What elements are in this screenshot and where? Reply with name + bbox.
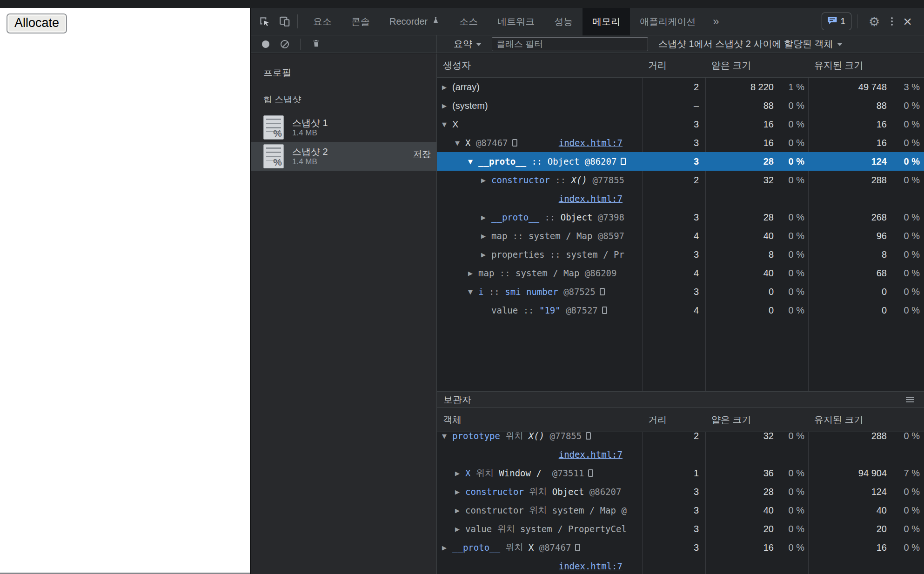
column-divider[interactable]	[705, 53, 706, 391]
clear-profiles-icon[interactable]	[281, 40, 289, 48]
divider	[857, 14, 857, 28]
tab-sources[interactable]: 소스	[449, 8, 488, 35]
text-segment: system / Map @	[552, 505, 627, 515]
disclosure-arrow[interactable]: ▼	[442, 121, 452, 128]
tab-recorder[interactable]: Recorder	[380, 8, 449, 35]
column-header-distance[interactable]: 거리	[642, 414, 705, 426]
settings-gear-icon[interactable]: ⚙	[863, 14, 885, 29]
table-row-selected[interactable]: ▼__proto__ :: Object @86207 3 280 % 1240…	[437, 152, 924, 171]
retained-size-cell: 160 %	[808, 115, 924, 133]
save-snapshot-link[interactable]: 저장	[413, 148, 431, 160]
object-reveal-icon[interactable]	[588, 469, 593, 477]
kebab-menu-icon[interactable]	[885, 16, 898, 27]
distance-cell: 3	[642, 520, 705, 538]
text-segment: X	[465, 468, 470, 478]
source-link[interactable]: index.html:7	[559, 194, 623, 204]
object-reveal-icon[interactable]	[512, 139, 517, 147]
record-heap-icon[interactable]	[262, 40, 269, 48]
more-tabs-button[interactable]: »	[705, 15, 726, 28]
tab-performance[interactable]: 성능	[544, 8, 583, 35]
delete-profile-icon[interactable]	[312, 39, 321, 50]
source-link[interactable]: index.html:7	[559, 449, 623, 460]
close-devtools-icon[interactable]: ×	[898, 14, 917, 29]
allocate-button[interactable]: Allocate	[7, 13, 67, 33]
tab-elements[interactable]: 요소	[303, 8, 341, 35]
object-reveal-icon[interactable]	[600, 288, 605, 295]
disclosure-arrow[interactable]: ▶	[455, 488, 465, 495]
column-divider[interactable]	[642, 53, 643, 391]
retained-size-cell: 880 %	[808, 96, 924, 115]
shallow-size-cell: 160 %	[705, 133, 808, 152]
tab-console[interactable]: 콘솔	[341, 8, 380, 35]
text-segment: __proto__	[452, 542, 500, 553]
table-row[interactable]: ▶constructor :: X() @77855 index.html:7 …	[437, 171, 924, 208]
table-row[interactable]: ▶(array) 2 8 2201 % 49 7483 %	[437, 78, 924, 96]
column-header-object[interactable]: 객체	[437, 414, 642, 426]
table-row[interactable]: ▶constructor 위치 system / Map @ 3 400 % 4…	[437, 501, 924, 520]
table-row[interactable]: ▶map :: system / Map @8597 4 400 % 960 %	[437, 227, 924, 245]
disclosure-arrow[interactable]: ▶	[468, 270, 478, 277]
source-link[interactable]: index.html:7	[559, 561, 623, 571]
disclosure-arrow[interactable]: ▼	[468, 158, 478, 165]
object-reveal-icon[interactable]	[586, 432, 591, 440]
table-row[interactable]: ▼i :: smi number @87525 3 00 % 00 %	[437, 282, 924, 301]
table-row[interactable]: ▶__proto__ 위치 X @87467 index.html:7 3 16…	[437, 538, 924, 574]
table-row[interactable]: ▶__proto__ :: Object @7398 3 280 % 2680 …	[437, 208, 924, 227]
disclosure-arrow[interactable]: ▶	[455, 526, 465, 533]
table-row[interactable]: value :: "19" @87527 4 00 % 00 %	[437, 301, 924, 320]
disclosure-arrow[interactable]: ▶	[481, 233, 491, 240]
object-reveal-icon[interactable]	[621, 158, 626, 165]
text-segment: X	[452, 119, 458, 130]
column-divider[interactable]	[808, 408, 809, 574]
heap-snapshot-icon: %	[263, 144, 284, 168]
column-divider[interactable]	[808, 53, 809, 391]
retained-size-cell: 1240 %	[808, 152, 924, 171]
table-row[interactable]: ▶value 위치 system / PropertyCel 3 200 % 2…	[437, 520, 924, 538]
tab-network[interactable]: 네트워크	[488, 8, 544, 35]
device-toolbar-icon[interactable]	[278, 8, 292, 35]
class-filter-input[interactable]	[492, 37, 648, 51]
retained-size-cell: 400 %	[808, 501, 924, 520]
column-header-retained-size[interactable]: 유지된 크기	[808, 414, 924, 426]
object-reveal-icon[interactable]	[575, 544, 580, 551]
column-divider[interactable]	[705, 408, 706, 574]
column-header-constructor[interactable]: 생성자	[437, 59, 642, 72]
disclosure-arrow[interactable]: ▶	[442, 84, 452, 91]
disclosure-arrow[interactable]: ▶	[455, 470, 465, 477]
disclosure-arrow[interactable]: ▶	[481, 251, 491, 258]
disclosure-arrow[interactable]: ▼	[442, 433, 452, 440]
text-segment: value	[465, 524, 492, 534]
column-header-retained-size[interactable]: 유지된 크기	[808, 59, 924, 72]
disclosure-arrow[interactable]: ▼	[455, 140, 465, 147]
source-link[interactable]: index.html:7	[559, 138, 623, 148]
column-divider[interactable]	[642, 408, 643, 574]
disclosure-arrow[interactable]: ▶	[481, 214, 491, 221]
table-row[interactable]: ▼X @87467index.html:7 3 160 % 160 %	[437, 133, 924, 152]
tab-application[interactable]: 애플리케이션	[630, 8, 705, 35]
table-row[interactable]: ▼X 3 160 % 160 %	[437, 115, 924, 133]
disclosure-arrow[interactable]: ▶	[442, 544, 452, 551]
table-row[interactable]: ▶constructor 위치 Object @86207 3 280 % 12…	[437, 482, 924, 501]
table-row[interactable]: ▶map :: system / Map @86209 4 400 % 680 …	[437, 264, 924, 282]
table-row[interactable]: ▶(system) – 880 % 880 %	[437, 96, 924, 115]
snapshot-scope-select[interactable]: 스냅샷 1에서 스냅샷 2 사이에 할당된 객체	[658, 38, 843, 50]
table-row[interactable]: ▶X 위치 Window / @73511 1 360 % 94 9047 %	[437, 464, 924, 482]
disclosure-arrow[interactable]: ▶	[481, 177, 491, 184]
column-header-shallow-size[interactable]: 얕은 크기	[705, 414, 808, 426]
column-header-distance[interactable]: 거리	[642, 59, 705, 72]
object-reveal-icon[interactable]	[602, 307, 607, 314]
inspect-element-icon[interactable]	[257, 8, 271, 35]
disclosure-arrow[interactable]: ▼	[468, 288, 478, 295]
disclosure-arrow[interactable]: ▶	[442, 102, 452, 109]
snapshot-item-1[interactable]: % 스냅샷 1 1.4 MB	[251, 113, 436, 142]
disclosure-arrow[interactable]: ▶	[455, 507, 465, 514]
view-mode-select[interactable]: 요약	[454, 38, 482, 50]
hamburger-menu-icon[interactable]	[906, 395, 914, 404]
tab-memory[interactable]: 메모리	[583, 8, 630, 35]
snapshot-item-2[interactable]: % 스냅샷 2 1.4 MB 저장	[251, 142, 436, 171]
table-row[interactable]: ▶properties :: system / Pr 3 80 % 80 %	[437, 245, 924, 264]
column-header-shallow-size[interactable]: 얕은 크기	[705, 59, 808, 72]
issues-count: 1	[841, 16, 846, 27]
table-row[interactable]: ▼prototype 위치 X() @77855 index.html:7 2 …	[437, 427, 924, 464]
issues-counter-button[interactable]: 1	[822, 13, 852, 30]
